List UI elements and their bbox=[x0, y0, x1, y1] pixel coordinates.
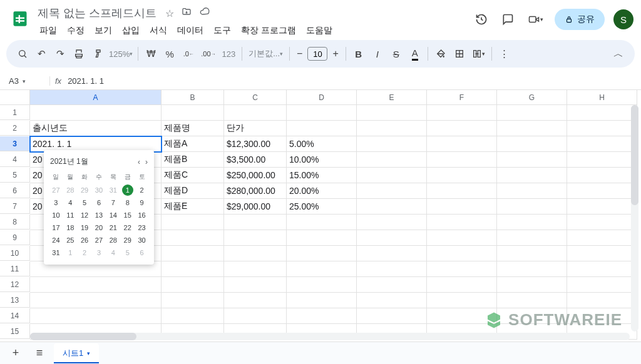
dp-day[interactable]: 18 bbox=[63, 222, 78, 233]
cell[interactable] bbox=[497, 293, 567, 308]
cell[interactable] bbox=[567, 152, 637, 168]
dp-day[interactable]: 6 bbox=[135, 247, 149, 258]
search-icon[interactable] bbox=[14, 45, 31, 63]
cell[interactable] bbox=[287, 308, 357, 324]
dp-day[interactable]: 25 bbox=[63, 235, 78, 246]
cell[interactable] bbox=[497, 261, 567, 277]
percent-button[interactable]: % bbox=[161, 45, 178, 63]
dp-day[interactable]: 1 bbox=[122, 185, 133, 196]
cell[interactable]: 15.00% bbox=[287, 168, 357, 183]
dp-day[interactable]: 4 bbox=[63, 197, 78, 208]
cell[interactable] bbox=[497, 308, 567, 324]
cell[interactable] bbox=[357, 246, 427, 261]
cell[interactable] bbox=[162, 277, 224, 293]
fill-color-button[interactable] bbox=[432, 45, 449, 63]
cell[interactable] bbox=[567, 246, 637, 261]
dp-day[interactable]: 14 bbox=[106, 210, 120, 221]
undo-icon[interactable]: ↶ bbox=[33, 45, 50, 63]
cell[interactable] bbox=[567, 308, 637, 324]
menu-data[interactable]: 데이터 bbox=[173, 23, 208, 39]
dp-day[interactable]: 3 bbox=[49, 197, 63, 208]
column-header[interactable]: A bbox=[30, 90, 162, 105]
cell[interactable] bbox=[357, 215, 427, 230]
cell[interactable] bbox=[567, 168, 637, 183]
cell[interactable] bbox=[357, 136, 427, 152]
cell[interactable] bbox=[287, 277, 357, 293]
dp-day[interactable]: 11 bbox=[63, 210, 78, 221]
cell[interactable] bbox=[427, 168, 497, 183]
cell[interactable] bbox=[287, 293, 357, 308]
dp-day[interactable]: 2 bbox=[135, 185, 149, 196]
cell[interactable] bbox=[357, 230, 427, 246]
cell[interactable] bbox=[427, 199, 497, 215]
cell[interactable] bbox=[30, 277, 162, 293]
cell[interactable]: 25.00% bbox=[287, 199, 357, 215]
cell[interactable] bbox=[287, 105, 357, 121]
cell[interactable] bbox=[357, 277, 427, 293]
history-icon[interactable] bbox=[473, 11, 490, 28]
menu-help[interactable]: 도움말 bbox=[302, 23, 337, 39]
row-header[interactable]: 8 bbox=[0, 215, 30, 230]
cell[interactable] bbox=[357, 308, 427, 324]
cell[interactable] bbox=[497, 199, 567, 215]
dp-day[interactable]: 27 bbox=[92, 235, 106, 246]
dp-day[interactable]: 17 bbox=[49, 222, 63, 233]
star-icon[interactable]: ☆ bbox=[164, 8, 175, 19]
cell[interactable] bbox=[427, 246, 497, 261]
zoom-select[interactable]: 125% ▾ bbox=[108, 45, 134, 63]
cell[interactable] bbox=[427, 215, 497, 230]
cell[interactable] bbox=[567, 105, 637, 121]
document-title[interactable]: 제목 없는 스프레드시트 bbox=[35, 6, 159, 21]
column-header[interactable]: C bbox=[224, 90, 287, 105]
cell[interactable] bbox=[567, 230, 637, 246]
cell[interactable]: 제품B bbox=[162, 152, 224, 168]
cell[interactable]: 제품명 bbox=[162, 121, 224, 136]
cell[interactable]: 20.00% bbox=[287, 183, 357, 199]
text-color-button[interactable]: A bbox=[406, 45, 424, 63]
cell[interactable] bbox=[357, 168, 427, 183]
menu-view[interactable]: 보기 bbox=[90, 23, 116, 39]
cell[interactable] bbox=[357, 183, 427, 199]
font-size-input[interactable]: 10 bbox=[307, 47, 327, 61]
cell[interactable] bbox=[224, 230, 287, 246]
vertical-scrollbar[interactable] bbox=[631, 105, 638, 331]
row-header[interactable]: 14 bbox=[0, 308, 30, 323]
move-folder-icon[interactable] bbox=[180, 7, 193, 19]
dp-day[interactable]: 31 bbox=[49, 247, 63, 258]
account-avatar[interactable]: S bbox=[613, 9, 633, 29]
menu-tools[interactable]: 도구 bbox=[209, 23, 235, 39]
cell[interactable] bbox=[497, 230, 567, 246]
dp-day[interactable]: 7 bbox=[106, 197, 120, 208]
collapse-toolbar-icon[interactable]: ︿ bbox=[613, 48, 627, 61]
dp-day[interactable]: 23 bbox=[135, 222, 149, 233]
cell[interactable] bbox=[427, 277, 497, 293]
dp-day[interactable]: 27 bbox=[49, 185, 63, 196]
cell[interactable] bbox=[567, 183, 637, 199]
dp-day[interactable]: 28 bbox=[106, 235, 120, 246]
merge-cells-button[interactable]: ▾ bbox=[469, 45, 488, 63]
cell[interactable] bbox=[497, 277, 567, 293]
dp-day[interactable]: 9 bbox=[135, 197, 149, 208]
row-header[interactable]: 9 bbox=[0, 230, 30, 245]
dp-day[interactable]: 21 bbox=[106, 222, 120, 233]
comments-icon[interactable] bbox=[499, 11, 516, 28]
cell[interactable] bbox=[497, 136, 567, 152]
cell[interactable] bbox=[427, 105, 497, 121]
cell[interactable] bbox=[567, 261, 637, 277]
column-header[interactable]: B bbox=[162, 90, 224, 105]
cell[interactable] bbox=[357, 152, 427, 168]
print-icon[interactable] bbox=[70, 45, 88, 63]
dp-day[interactable]: 30 bbox=[92, 185, 106, 196]
dp-day[interactable]: 28 bbox=[63, 185, 78, 196]
cell[interactable]: 10.00% bbox=[287, 152, 357, 168]
cell[interactable] bbox=[497, 152, 567, 168]
menu-edit[interactable]: 수정 bbox=[63, 23, 89, 39]
cell[interactable] bbox=[427, 308, 497, 324]
dp-day[interactable]: 29 bbox=[78, 185, 92, 196]
column-header[interactable]: F bbox=[427, 90, 497, 105]
horizontal-scrollbar[interactable] bbox=[30, 333, 630, 340]
bold-button[interactable]: B bbox=[350, 45, 367, 63]
cell[interactable] bbox=[497, 168, 567, 183]
cell[interactable]: 제품D bbox=[162, 183, 224, 199]
cell[interactable] bbox=[427, 183, 497, 199]
